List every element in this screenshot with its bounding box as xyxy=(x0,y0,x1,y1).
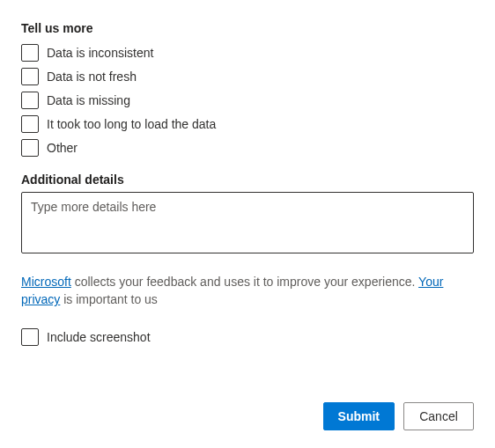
option-other[interactable]: Other xyxy=(21,139,474,157)
submit-button[interactable]: Submit xyxy=(323,402,395,430)
microsoft-link[interactable]: Microsoft xyxy=(21,275,71,289)
option-label: Other xyxy=(47,141,78,155)
tell-us-more-heading: Tell us more xyxy=(21,21,474,35)
include-screenshot-option[interactable]: Include screenshot xyxy=(21,328,474,346)
additional-details-heading: Additional details xyxy=(21,173,474,187)
cancel-button[interactable]: Cancel xyxy=(403,402,474,430)
dialog-footer: Submit Cancel xyxy=(21,385,474,430)
additional-details-input[interactable] xyxy=(21,192,474,253)
checkbox-icon xyxy=(21,115,39,133)
option-label: Data is inconsistent xyxy=(47,46,153,60)
option-label: Data is not fresh xyxy=(47,70,137,84)
feedback-panel: Tell us more Data is inconsistent Data i… xyxy=(0,0,495,448)
option-data-inconsistent[interactable]: Data is inconsistent xyxy=(21,44,474,62)
privacy-text-1: collects your feedback and uses it to im… xyxy=(71,275,418,289)
option-label: Data is missing xyxy=(47,93,130,107)
privacy-text-2: is important to us xyxy=(60,292,158,306)
option-too-long[interactable]: It took too long to load the data xyxy=(21,115,474,133)
option-data-not-fresh[interactable]: Data is not fresh xyxy=(21,68,474,85)
feedback-options-group: Data is inconsistent Data is not fresh D… xyxy=(21,44,474,157)
option-data-missing[interactable]: Data is missing xyxy=(21,92,474,109)
option-label: It took too long to load the data xyxy=(47,117,216,131)
privacy-notice: Microsoft collects your feedback and use… xyxy=(21,273,474,309)
checkbox-icon xyxy=(21,44,39,62)
checkbox-icon xyxy=(21,92,39,109)
checkbox-icon xyxy=(21,68,39,85)
checkbox-icon xyxy=(21,328,39,346)
checkbox-icon xyxy=(21,139,39,157)
include-screenshot-label: Include screenshot xyxy=(47,330,151,344)
